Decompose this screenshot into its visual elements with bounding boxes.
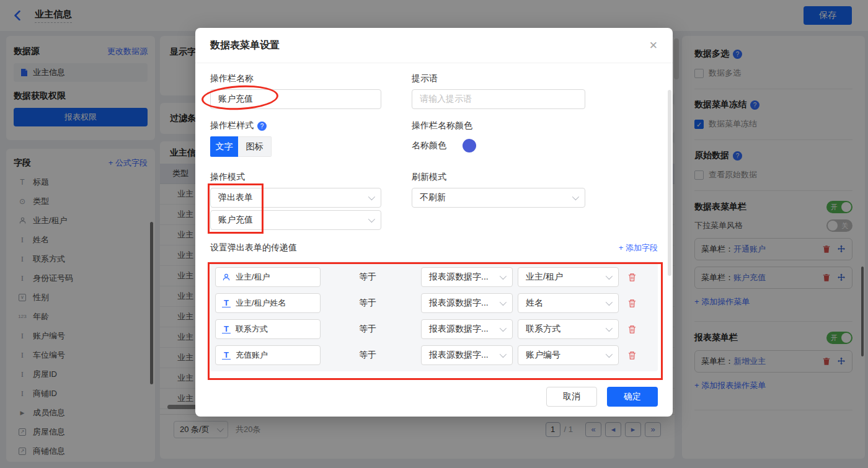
chevron-down-icon [500, 325, 507, 332]
source-type-value: 报表源数据字... [429, 350, 489, 361]
tip-label: 提示语 [412, 73, 585, 84]
person-icon [222, 273, 231, 281]
help-icon[interactable]: ? [257, 121, 267, 131]
action-mode-select[interactable]: 弹出表单 [210, 188, 381, 208]
transfer-rows-container: 业主/租户 等于 报表源数据字... 业主/租户 T业主/租户姓名 等于 报表源… [210, 261, 658, 371]
source-type-value: 报表源数据字... [429, 298, 489, 309]
transfer-row: T业主/租户姓名 等于 报表源数据字... 姓名 [215, 293, 653, 313]
source-type-value: 报表源数据字... [429, 324, 489, 335]
target-field-name: 充值账户 [236, 350, 268, 361]
chevron-down-icon [606, 325, 613, 332]
action-name-label: 操作栏名称 [210, 73, 381, 84]
source-type-select[interactable]: 报表源数据字... [421, 319, 513, 339]
chevron-down-icon [606, 299, 613, 306]
action-mode-label: 操作模式 [210, 172, 381, 183]
style-segmented-control: 文字 图标 [210, 136, 272, 157]
trash-icon[interactable] [627, 325, 637, 334]
confirm-button[interactable]: 确定 [607, 387, 658, 407]
close-icon[interactable]: ✕ [649, 39, 658, 52]
refresh-mode-label: 刷新模式 [412, 172, 585, 183]
tip-input[interactable]: 请输入提示语 [412, 89, 585, 109]
target-field-name: 业主/租户 [236, 272, 270, 283]
chevron-down-icon [606, 273, 613, 280]
trash-icon[interactable] [627, 351, 637, 360]
transfer-row: T充值账户 等于 报表源数据字... 账户编号 [215, 345, 653, 365]
form-target-select[interactable]: 账户充值 [210, 210, 381, 230]
target-field-name: 联系方式 [236, 324, 268, 335]
source-field-select[interactable]: 联系方式 [518, 319, 619, 339]
source-field-select[interactable]: 账户编号 [518, 345, 619, 365]
page-scrollbar-thumb[interactable] [674, 38, 679, 79]
source-type-select[interactable]: 报表源数据字... [421, 345, 513, 365]
operator-label: 等于 [359, 272, 378, 283]
source-field-select[interactable]: 业主/租户 [518, 267, 619, 287]
name-color-label: 名称颜色 [412, 140, 446, 151]
transfer-row: 业主/租户 等于 报表源数据字... 业主/租户 [215, 267, 653, 287]
chevron-down-icon [368, 216, 375, 223]
source-type-select[interactable]: 报表源数据字... [421, 293, 513, 313]
text-icon: T [222, 351, 231, 360]
color-swatch[interactable] [463, 139, 476, 152]
transfer-values-label: 设置弹出表单的传递值 [210, 242, 297, 254]
action-name-value: 账户充值 [218, 94, 253, 105]
cancel-button[interactable]: 取消 [546, 387, 597, 407]
target-field-name: 业主/租户姓名 [236, 298, 286, 309]
chevron-down-icon [500, 299, 507, 306]
style-icon-option[interactable]: 图标 [238, 136, 272, 157]
add-field-link[interactable]: + 添加字段 [619, 242, 658, 254]
text-icon: T [222, 299, 231, 307]
operator-label: 等于 [359, 324, 378, 335]
modal-title: 数据表菜单设置 [210, 39, 280, 52]
style-text-option[interactable]: 文字 [210, 136, 238, 157]
action-name-input[interactable]: 账户充值 [210, 89, 381, 109]
source-field-value: 账户编号 [526, 350, 560, 361]
text-icon: T [222, 325, 231, 333]
chevron-down-icon [500, 351, 507, 358]
refresh-mode-select[interactable]: 不刷新 [412, 188, 585, 208]
chevron-down-icon [606, 351, 613, 358]
source-field-value: 联系方式 [526, 324, 560, 335]
transfer-row: T联系方式 等于 报表源数据字... 联系方式 [215, 319, 653, 339]
target-field-input[interactable]: T业主/租户姓名 [215, 293, 321, 313]
target-field-input[interactable]: T充值账户 [215, 345, 321, 365]
table-menu-settings-modal: 数据表菜单设置 ✕ 操作栏名称 账户充值 提示语 请输入提示语 操作栏样式? [195, 28, 673, 417]
source-field-select[interactable]: 姓名 [518, 293, 619, 313]
chevron-down-icon [500, 273, 507, 280]
app-root: 业主信息 保存 数据源 更改数据源 业主信息 数据获取权限 报表权限 字段 + … [0, 0, 868, 468]
name-color-section-label: 操作栏名称颜色 [412, 120, 585, 131]
chevron-down-icon [572, 193, 579, 200]
tip-placeholder: 请输入提示语 [420, 94, 472, 105]
trash-icon[interactable] [627, 273, 637, 282]
chevron-down-icon [368, 193, 375, 200]
form-target-value: 账户充值 [218, 214, 253, 226]
operator-label: 等于 [359, 350, 378, 361]
action-mode-value: 弹出表单 [218, 192, 253, 203]
source-type-value: 报表源数据字... [429, 272, 489, 283]
operator-label: 等于 [359, 298, 378, 309]
modal-scrollbar[interactable] [668, 90, 671, 276]
action-style-label: 操作栏样式 [210, 120, 254, 131]
trash-icon[interactable] [627, 299, 637, 308]
target-field-input[interactable]: T联系方式 [215, 319, 321, 339]
target-field-input[interactable]: 业主/租户 [215, 267, 321, 287]
source-field-value: 业主/租户 [526, 272, 563, 283]
refresh-mode-value: 不刷新 [420, 192, 446, 203]
source-field-value: 姓名 [526, 298, 543, 309]
source-type-select[interactable]: 报表源数据字... [421, 267, 513, 287]
